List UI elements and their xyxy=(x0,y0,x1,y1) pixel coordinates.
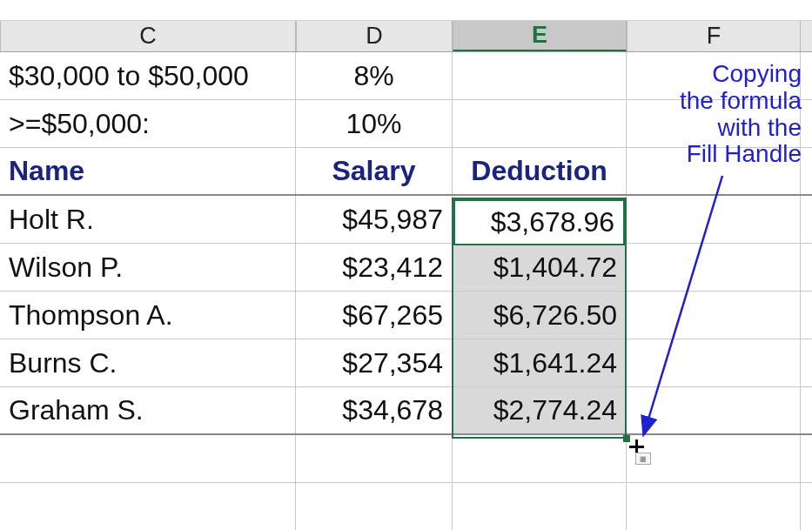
annotation-text: Copying the formula with the Fill Handle xyxy=(680,61,802,168)
column-header-f[interactable]: F xyxy=(627,21,801,51)
rule-pct[interactable]: 10% xyxy=(296,100,453,147)
annotation-line: Fill Handle xyxy=(680,141,802,168)
empty-cell[interactable] xyxy=(453,483,627,530)
table-row: Graham S. $34,678 $2,774.24 xyxy=(0,387,812,435)
table-row: Wilson P. $23,412 $1,404.72 xyxy=(0,244,812,292)
cell-salary[interactable]: $27,354 xyxy=(296,339,453,386)
cell-name[interactable]: Burns C. xyxy=(0,339,296,386)
row-top-spacer xyxy=(0,0,812,21)
empty-cell[interactable] xyxy=(627,339,801,386)
empty-cell[interactable] xyxy=(296,483,453,530)
cell-deduction[interactable]: $3,678.96 xyxy=(453,196,627,243)
cell-name[interactable]: Wilson P. xyxy=(0,244,296,291)
empty-cell[interactable] xyxy=(627,196,801,243)
autofill-options-button[interactable]: ▦ xyxy=(635,453,651,465)
table-row: Holt R. $45,987 $3,678.96 xyxy=(0,196,812,244)
header-name[interactable]: Name xyxy=(0,148,296,194)
cell-salary[interactable]: $34,678 xyxy=(296,387,453,433)
rule-label[interactable]: $30,000 to $50,000 xyxy=(0,52,296,99)
empty-cell[interactable] xyxy=(453,52,627,99)
empty-cell[interactable] xyxy=(627,244,801,291)
column-header-c[interactable]: C xyxy=(0,21,296,51)
table-row: Burns C. $27,354 $1,641.24 xyxy=(0,339,812,387)
empty-cell[interactable] xyxy=(0,483,296,530)
table-row: Thompson A. $67,265 $6,726.50 xyxy=(0,292,812,339)
annotation-line: the formula xyxy=(680,88,802,115)
cell-deduction[interactable]: $1,404.72 xyxy=(453,244,627,291)
cell-salary[interactable]: $45,987 xyxy=(296,196,453,243)
cell-name[interactable]: Graham S. xyxy=(0,387,296,433)
annotation-line: Copying xyxy=(680,61,802,88)
rule-pct[interactable]: 8% xyxy=(296,52,453,99)
empty-cell[interactable] xyxy=(627,483,801,530)
annotation-line: with the xyxy=(680,115,802,142)
empty-cell[interactable] xyxy=(627,387,801,433)
cell-deduction[interactable]: $6,726.50 xyxy=(453,292,627,339)
empty-cell[interactable] xyxy=(0,435,296,482)
cell-name[interactable]: Holt R. xyxy=(0,196,296,243)
empty-cell[interactable] xyxy=(627,292,801,339)
empty-cell[interactable] xyxy=(453,435,627,482)
column-headers: C D E F xyxy=(0,21,812,52)
empty-cell[interactable] xyxy=(627,435,801,482)
empty-cell[interactable] xyxy=(296,435,453,482)
column-header-d[interactable]: D xyxy=(296,21,453,51)
empty-cell[interactable] xyxy=(453,100,627,147)
empty-row xyxy=(0,483,812,530)
empty-row xyxy=(0,435,812,483)
header-salary[interactable]: Salary xyxy=(296,148,453,194)
rule-label[interactable]: >=$50,000: xyxy=(0,100,296,147)
cell-deduction[interactable]: $1,641.24 xyxy=(453,339,627,386)
cell-deduction[interactable]: $2,774.24 xyxy=(453,387,627,433)
cell-salary[interactable]: $23,412 xyxy=(296,244,453,291)
header-deduction[interactable]: Deduction xyxy=(453,148,627,194)
cell-name[interactable]: Thompson A. xyxy=(0,292,296,339)
column-header-e[interactable]: E xyxy=(453,21,627,51)
cell-salary[interactable]: $67,265 xyxy=(296,292,453,339)
